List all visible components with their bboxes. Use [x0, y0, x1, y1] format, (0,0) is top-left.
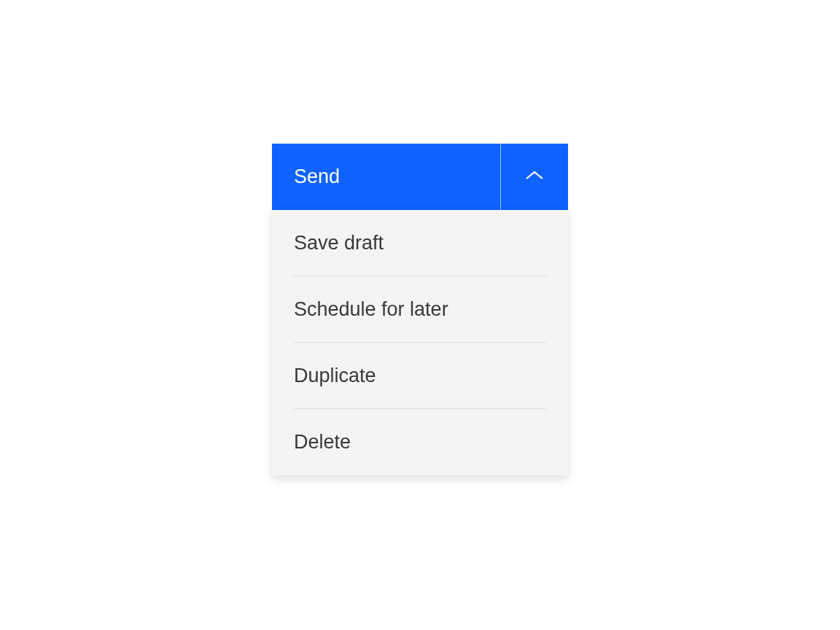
split-button-container: Send Save draft Schedule for later Dupli… — [272, 144, 568, 475]
menu-item-label: Delete — [294, 431, 351, 453]
split-button: Send — [272, 144, 568, 210]
menu-item-duplicate[interactable]: Duplicate — [272, 343, 568, 409]
menu-item-label: Schedule for later — [294, 298, 448, 320]
dropdown-menu: Save draft Schedule for later Duplicate … — [272, 210, 568, 475]
menu-item-label: Duplicate — [294, 365, 376, 386]
dropdown-toggle-button[interactable] — [501, 144, 568, 210]
menu-item-save-draft[interactable]: Save draft — [272, 210, 568, 276]
menu-item-schedule-for-later[interactable]: Schedule for later — [272, 276, 568, 343]
chevron-up-icon — [524, 170, 545, 184]
menu-item-delete[interactable]: Delete — [272, 409, 568, 475]
menu-item-label: Save draft — [294, 232, 384, 254]
send-button-label: Send — [294, 166, 340, 188]
send-button[interactable]: Send — [272, 144, 501, 210]
